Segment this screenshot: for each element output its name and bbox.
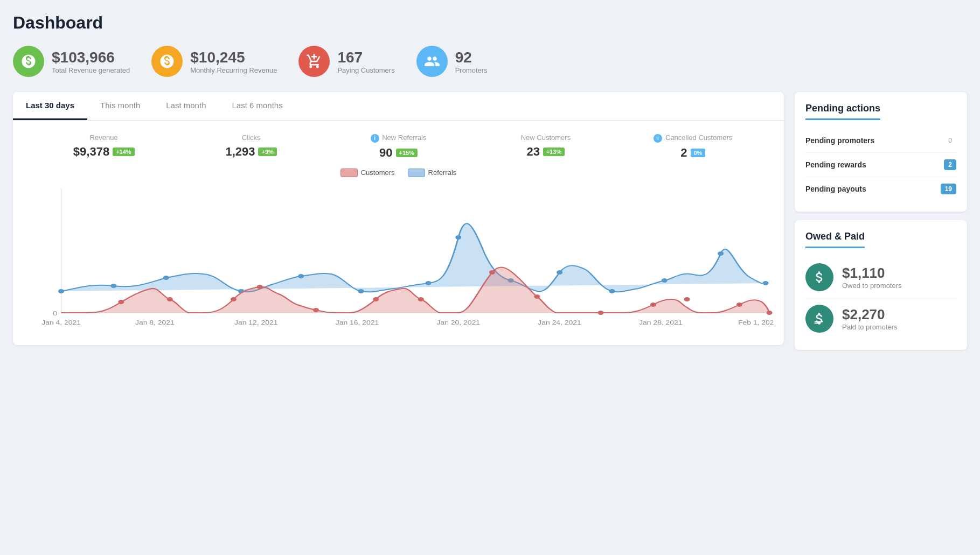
metric-mrr: $10,245 Monthly Recurring Revenue xyxy=(151,46,277,77)
left-panel: Last 30 days This month Last month Last … xyxy=(13,92,784,345)
metric-text-customers: 167 Paying Customers xyxy=(337,49,394,74)
legend-referrals: Referrals xyxy=(408,168,457,177)
stat-new-customers-badge: +13% xyxy=(543,147,565,156)
stat-new-customers-label: New Customers xyxy=(472,134,619,142)
stat-cancelled: i Cancelled Customers 2 0% xyxy=(620,134,767,160)
owed-paid-title: Owed & Paid xyxy=(805,231,865,248)
metric-promoters: 92 Promoters xyxy=(416,46,488,77)
tab-thismonth[interactable]: This month xyxy=(87,92,153,120)
metric-value-mrr: $10,245 xyxy=(190,49,277,66)
action-payouts-label: Pending payouts xyxy=(805,185,866,193)
legend-color-customers xyxy=(340,168,358,177)
svg-text:Jan 28, 2021: Jan 28, 2021 xyxy=(639,319,683,326)
owed-icon xyxy=(805,263,833,291)
svg-point-19 xyxy=(257,285,263,289)
legend-color-referrals xyxy=(408,168,425,177)
svg-text:Jan 12, 2021: Jan 12, 2021 xyxy=(234,319,278,326)
stat-cancelled-badge: 0% xyxy=(691,149,706,157)
svg-point-3 xyxy=(110,284,116,288)
svg-point-14 xyxy=(718,251,724,256)
tab-last6months[interactable]: Last 6 months xyxy=(219,92,295,120)
metric-value-customers: 167 xyxy=(337,49,394,66)
stat-referrals-value: 90 +15% xyxy=(325,146,472,160)
people-icon xyxy=(424,53,440,69)
svg-point-4 xyxy=(163,276,169,280)
metric-label-mrr: Monthly Recurring Revenue xyxy=(190,66,277,74)
svg-text:Jan 16, 2021: Jan 16, 2021 xyxy=(336,319,379,326)
cart-icon xyxy=(306,53,322,69)
paid-icon xyxy=(805,305,833,333)
stat-clicks-badge: +9% xyxy=(258,147,276,156)
metric-total-revenue: $103,966 Total Revenue generated xyxy=(13,46,130,77)
action-promoters-label: Pending promoters xyxy=(805,136,874,145)
info-icon-referrals: i xyxy=(371,134,379,143)
metric-value-revenue: $103,966 xyxy=(52,49,130,66)
svg-point-23 xyxy=(489,270,495,275)
tabs-container: Last 30 days This month Last month Last … xyxy=(13,92,784,121)
stat-referrals-badge: +15% xyxy=(396,149,418,157)
chart-area: Customers Referrals xyxy=(13,168,784,345)
stat-revenue: Revenue $9,378 +14% xyxy=(30,134,177,160)
svg-point-27 xyxy=(684,297,690,301)
pending-actions-title-container: Pending actions xyxy=(805,103,956,129)
owed-to-promoters: $1,110 Owed to promoters xyxy=(805,257,956,298)
action-rewards: Pending rewards 2 xyxy=(805,153,956,177)
svg-point-9 xyxy=(455,235,461,240)
stat-revenue-value: $9,378 +14% xyxy=(30,145,177,159)
chart-legend: Customers Referrals xyxy=(24,168,773,177)
owed-label: Owed to promoters xyxy=(842,282,902,290)
stat-clicks-value: 1,293 +9% xyxy=(177,145,324,159)
metric-icon-promoters xyxy=(416,46,448,77)
dollar-icon xyxy=(20,53,37,69)
stat-clicks: Clicks 1,293 +9% xyxy=(177,134,324,160)
pending-actions-title: Pending actions xyxy=(805,103,880,120)
tab-lastmonth[interactable]: Last month xyxy=(153,92,219,120)
stat-revenue-label: Revenue xyxy=(30,134,177,142)
svg-text:0: 0 xyxy=(53,310,58,317)
stat-cancelled-value: 2 0% xyxy=(620,146,767,160)
metric-icon-mrr xyxy=(151,46,183,77)
svg-point-13 xyxy=(662,278,668,283)
chart-container: 0 Jan 4, 2021 Jan 8, 2021 Jan 12, 2021 J… xyxy=(24,184,773,334)
stat-new-customers: New Customers 23 +13% xyxy=(472,134,619,160)
svg-point-7 xyxy=(358,289,364,293)
svg-point-29 xyxy=(766,311,772,315)
svg-point-28 xyxy=(736,303,742,307)
svg-point-15 xyxy=(763,281,769,285)
stats-row: Revenue $9,378 +14% Clicks 1,293 +9% i N… xyxy=(13,121,784,168)
tab-last30[interactable]: Last 30 days xyxy=(13,92,87,120)
metric-label-customers: Paying Customers xyxy=(337,66,394,74)
paid-value: $2,270 xyxy=(842,306,898,323)
legend-customers: Customers xyxy=(340,168,395,177)
coins-icon xyxy=(812,270,827,285)
metric-customers: 167 Paying Customers xyxy=(298,46,394,77)
hand-coins-icon xyxy=(812,311,827,326)
svg-point-20 xyxy=(313,308,319,312)
stat-cancelled-label: i Cancelled Customers xyxy=(620,134,767,143)
pending-actions-card: Pending actions Pending promoters 0 Pend… xyxy=(795,92,967,212)
metric-icon-revenue xyxy=(13,46,44,77)
svg-point-26 xyxy=(650,303,656,307)
page-title: Dashboard xyxy=(13,13,967,33)
main-layout: Last 30 days This month Last month Last … xyxy=(13,92,967,350)
paid-to-promoters: $2,270 Paid to promoters xyxy=(805,298,956,339)
metric-label-promoters: Promoters xyxy=(455,66,488,74)
action-rewards-count: 2 xyxy=(944,159,956,170)
stat-new-customers-value: 23 +13% xyxy=(472,145,619,159)
svg-text:Jan 20, 2021: Jan 20, 2021 xyxy=(437,319,481,326)
svg-text:Feb 1, 2021: Feb 1, 2021 xyxy=(738,319,773,326)
stat-revenue-badge: +14% xyxy=(113,147,134,156)
svg-point-21 xyxy=(373,297,379,301)
svg-point-25 xyxy=(598,311,604,315)
action-payouts: Pending payouts 19 xyxy=(805,177,956,201)
metric-text-mrr: $10,245 Monthly Recurring Revenue xyxy=(190,49,277,74)
svg-point-8 xyxy=(426,281,432,285)
owed-paid-title-container: Owed & Paid xyxy=(805,231,956,257)
metric-text-promoters: 92 Promoters xyxy=(455,49,488,74)
owed-value: $1,110 xyxy=(842,265,902,282)
action-rewards-label: Pending rewards xyxy=(805,160,866,169)
owed-paid-card: Owed & Paid $1,110 Owed to promoters $2,… xyxy=(795,220,967,350)
svg-point-22 xyxy=(418,297,424,301)
action-payouts-count: 19 xyxy=(941,184,956,194)
metric-icon-customers xyxy=(298,46,330,77)
